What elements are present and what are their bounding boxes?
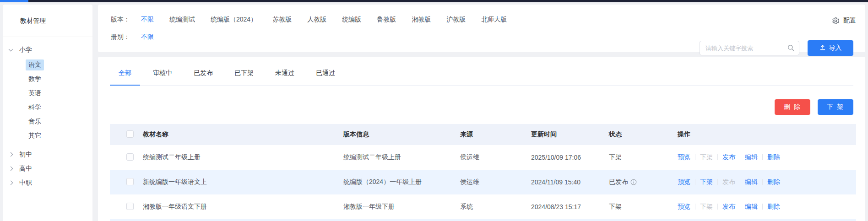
action-link-preview[interactable]: 预览 <box>678 153 690 161</box>
search-box <box>700 41 799 55</box>
cell-source: 系统 <box>460 194 531 219</box>
action-link-publish[interactable]: 发布 <box>722 203 735 210</box>
filter-option[interactable]: 不限 <box>141 33 154 41</box>
action-link-edit[interactable]: 编辑 <box>745 203 758 210</box>
bulk-delete-button[interactable]: 删 除 <box>775 99 810 115</box>
tree-item-label: 数学 <box>26 74 44 85</box>
import-button[interactable]: 导入 <box>808 40 853 56</box>
tab[interactable]: 已发布 <box>185 69 222 86</box>
tree-item[interactable]: 科学 <box>3 100 92 114</box>
action-link-offshelf: 下架 <box>700 203 713 210</box>
status-text: 已发布 <box>609 178 628 186</box>
action-link-edit[interactable]: 编辑 <box>745 153 758 161</box>
version-filter-options: 不限统编测试统编版（2024）苏教版人教版统编版鲁教版湘教版沪教版北师大版 <box>141 16 507 24</box>
tab[interactable]: 未通过 <box>266 69 303 86</box>
filter-option[interactable]: 北师大版 <box>481 16 507 24</box>
cell-updated: 2024/08/23 15:17 <box>531 194 609 219</box>
action-link-offshelf: 下架 <box>700 153 713 161</box>
filter-option[interactable]: 人教版 <box>307 16 326 24</box>
cell-name: 新统编版一年级语文上 <box>143 170 343 194</box>
filter-option[interactable]: 统编测试 <box>169 16 195 24</box>
chevron-right-icon <box>9 152 13 157</box>
subject-tree: 小学语文数学英语科学音乐其它初中高中中职 <box>3 37 92 190</box>
cell-actions: 预览下架发布编辑删除 <box>678 194 856 219</box>
tree-section-label: 初中 <box>19 151 32 159</box>
action-link-edit[interactable]: 编辑 <box>745 178 758 185</box>
table-row: 湘教版一年级语文下册湘教版一年级下册系统2024/08/23 15:17下架预览… <box>110 194 856 219</box>
filter-option[interactable]: 湘教版 <box>412 16 431 24</box>
action-separator <box>717 179 718 185</box>
tab[interactable]: 已下架 <box>226 69 262 86</box>
row-checkbox[interactable] <box>126 203 134 210</box>
tree-section[interactable]: 中职 <box>3 176 92 190</box>
tree-section[interactable]: 小学 <box>3 43 92 57</box>
table-row: 统编测试二年级上册统编测试二年级上册侯运维2025/10/09 17:06下架预… <box>110 145 856 170</box>
filter-option[interactable]: 不限 <box>141 16 154 24</box>
filter-option[interactable]: 沪教版 <box>446 16 466 24</box>
action-link-offshelf[interactable]: 下架 <box>700 178 713 185</box>
filter-option[interactable]: 鲁教版 <box>377 16 396 24</box>
tabs-list: 全部审核中已发布已下架未通过已通过 <box>110 69 348 85</box>
row-checkbox[interactable] <box>126 153 134 161</box>
upload-icon <box>819 44 826 52</box>
select-all-checkbox[interactable] <box>126 130 134 138</box>
action-link-preview[interactable]: 预览 <box>678 203 690 210</box>
action-separator <box>695 204 695 210</box>
tree-section[interactable]: 高中 <box>3 162 92 176</box>
chevron-right-icon <box>9 167 13 171</box>
column-header: 状态 <box>609 124 678 145</box>
action-link-delete[interactable]: 删除 <box>767 203 780 210</box>
bulk-actions: 删 除 下 架 <box>98 86 865 124</box>
cell-updated: 2024/11/09 15:40 <box>531 170 609 194</box>
action-separator <box>740 179 740 185</box>
tree-item[interactable]: 语文 <box>3 58 92 72</box>
action-link-publish[interactable]: 发布 <box>722 153 735 161</box>
table-header-row: 教材名称版本信息来源更新时间状态操作 <box>110 124 856 145</box>
row-checkbox[interactable] <box>126 178 134 185</box>
tree-item[interactable]: 音乐 <box>3 114 92 129</box>
textbook-table-wrap: 教材名称版本信息来源更新时间状态操作统编测试二年级上册统编测试二年级上册侯运维2… <box>98 124 865 221</box>
action-separator <box>717 154 718 160</box>
tree-item[interactable]: 其它 <box>3 129 92 143</box>
action-link-delete[interactable]: 删除 <box>767 153 780 161</box>
tab[interactable]: 审核中 <box>144 69 181 86</box>
tree-item[interactable]: 英语 <box>3 86 92 100</box>
tree-section-label: 中职 <box>19 179 32 187</box>
tree-section-label: 小学 <box>19 46 32 54</box>
filter-option[interactable]: 统编版（2024） <box>211 16 257 24</box>
tree-section[interactable]: 初中 <box>3 147 92 162</box>
config-button[interactable]: 配置 <box>832 16 856 25</box>
textbook-table: 教材名称版本信息来源更新时间状态操作统编测试二年级上册统编测试二年级上册侯运维2… <box>110 124 856 219</box>
action-separator <box>762 204 763 210</box>
tab[interactable]: 全部 <box>110 69 140 86</box>
table-row: 新统编版一年级语文上统编版（2024）一年级上册侯运维2024/11/09 15… <box>110 170 856 194</box>
volume-filter-label: 册别： <box>111 33 130 41</box>
cell-actions: 预览下架发布编辑删除 <box>678 145 856 170</box>
action-link-delete[interactable]: 删除 <box>767 178 780 185</box>
search-icon[interactable] <box>787 44 795 53</box>
filter-option[interactable]: 苏教版 <box>272 16 292 24</box>
cell-version: 统编版（2024）一年级上册 <box>343 170 460 194</box>
column-header: 操作 <box>678 124 856 145</box>
top-window-bar <box>0 0 868 2</box>
search-input[interactable] <box>700 41 799 55</box>
next-row-partial <box>110 219 856 221</box>
tree-item-label: 科学 <box>26 102 44 113</box>
action-separator <box>695 179 695 185</box>
filter-option[interactable]: 统编版 <box>342 16 361 24</box>
cell-name: 统编测试二年级上册 <box>143 145 343 170</box>
column-header: 来源 <box>460 124 531 145</box>
status-text: 下架 <box>609 203 622 211</box>
action-separator <box>740 154 740 160</box>
version-filter-label: 版本： <box>111 16 130 24</box>
bulk-offshelf-button[interactable]: 下 架 <box>818 99 853 115</box>
tree-item-label: 其它 <box>26 130 44 141</box>
action-link-preview[interactable]: 预览 <box>678 178 690 185</box>
tree-item-label: 语文 <box>26 59 44 70</box>
tab[interactable]: 已通过 <box>307 69 344 86</box>
tree-item[interactable]: 数学 <box>3 72 92 86</box>
action-separator <box>717 204 718 210</box>
tree-item-label: 英语 <box>26 88 44 99</box>
info-icon[interactable] <box>630 179 637 185</box>
action-separator <box>695 154 695 160</box>
